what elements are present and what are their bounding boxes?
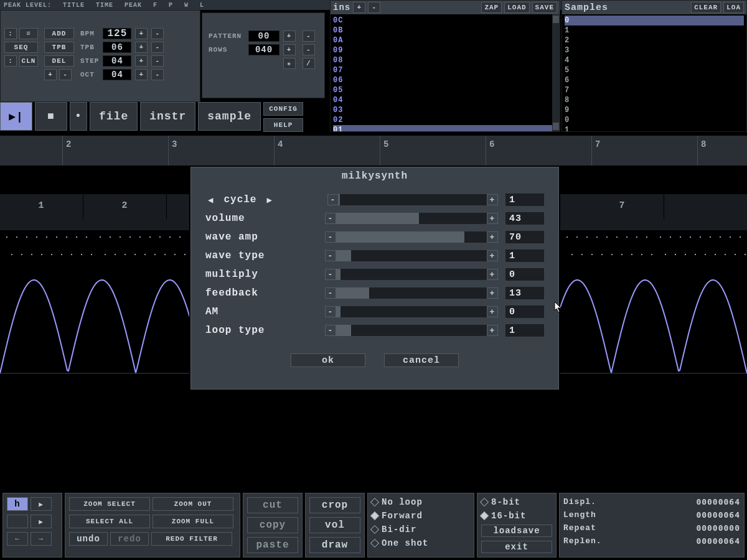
ins-zap[interactable]: ZAP bbox=[481, 2, 502, 13]
rows-inc[interactable]: + bbox=[283, 44, 296, 55]
record-button[interactable]: • bbox=[70, 102, 87, 131]
instrument-row[interactable]: 02 bbox=[333, 115, 557, 125]
play-button[interactable]: ▶| bbox=[0, 102, 32, 131]
ins-save[interactable]: SAVE bbox=[532, 2, 557, 13]
sample-row[interactable]: 9 bbox=[565, 105, 744, 115]
samples-clear[interactable]: CLEAR bbox=[691, 2, 721, 13]
sample-list[interactable]: 012345678901 bbox=[562, 14, 746, 131]
instrument-row[interactable]: 09 bbox=[333, 45, 557, 55]
instrument-row[interactable]: 06 bbox=[333, 75, 557, 85]
instrument-row[interactable]: 0C bbox=[333, 16, 557, 26]
nav-left-button[interactable]: ← bbox=[7, 532, 28, 546]
oct-dec[interactable]: - bbox=[151, 69, 164, 80]
param-inc[interactable]: + bbox=[487, 287, 498, 299]
bpm-dec[interactable]: - bbox=[151, 28, 164, 39]
tpb-button[interactable]: TPB bbox=[44, 42, 74, 53]
ins-remove[interactable]: - bbox=[368, 2, 380, 13]
param-slider[interactable]: -+ bbox=[327, 194, 498, 205]
paste-button[interactable]: paste bbox=[247, 537, 298, 553]
param-dec[interactable]: - bbox=[325, 213, 336, 224]
ins-load[interactable]: LOAD bbox=[504, 2, 529, 13]
ins-add[interactable]: + bbox=[353, 2, 365, 13]
config-button[interactable]: CONFIG bbox=[263, 102, 303, 116]
sample-row[interactable]: 4 bbox=[565, 55, 744, 65]
sample-row[interactable]: 1 bbox=[565, 125, 744, 131]
instrument-row[interactable]: 08 bbox=[333, 55, 557, 65]
sample-row[interactable]: 1 bbox=[565, 26, 744, 35]
zoom-select-button[interactable]: ZOOM SELECT bbox=[69, 497, 150, 511]
cln-button[interactable]: CLN bbox=[19, 55, 38, 67]
zoom-full-button[interactable]: ZOOM FULL bbox=[153, 515, 233, 528]
param-inc[interactable]: + bbox=[487, 250, 498, 261]
add-button[interactable]: ADD bbox=[44, 28, 74, 39]
cycle-next[interactable]: ▶ bbox=[264, 195, 275, 205]
stop-button[interactable]: ■ bbox=[35, 102, 67, 131]
sample-row[interactable]: 6 bbox=[565, 75, 744, 85]
undo-button[interactable]: undo bbox=[69, 532, 108, 546]
instrument-row[interactable]: 03 bbox=[333, 105, 557, 115]
blank-button[interactable]: : bbox=[4, 28, 17, 39]
param-slider[interactable]: -+ bbox=[325, 269, 498, 280]
param-slider[interactable]: -+ bbox=[325, 287, 498, 299]
zoom-out-button[interactable]: ZOOM OUT bbox=[153, 497, 233, 511]
instrument-row[interactable]: 05 bbox=[333, 85, 557, 95]
dec-button[interactable]: - bbox=[59, 69, 72, 80]
sample-button[interactable]: sample bbox=[198, 102, 261, 131]
sample-row[interactable]: 7 bbox=[565, 85, 744, 95]
cut-button[interactable]: cut bbox=[247, 497, 298, 513]
copy-button[interactable]: copy bbox=[247, 517, 298, 533]
param-slider[interactable]: -+ bbox=[325, 231, 498, 243]
ok-button[interactable]: ok bbox=[291, 353, 365, 367]
pattern-inc[interactable]: + bbox=[283, 30, 296, 42]
file-button[interactable]: file bbox=[90, 102, 138, 131]
redo-filter-button[interactable]: REDO FILTER bbox=[151, 532, 232, 546]
param-dec[interactable]: - bbox=[327, 194, 339, 205]
instrument-row[interactable]: 01 bbox=[333, 125, 557, 131]
nav-right-button[interactable]: → bbox=[31, 532, 52, 546]
instrument-list[interactable]: 0C0B0A090807060504030201 bbox=[331, 14, 560, 131]
blank2-button[interactable]: : bbox=[4, 55, 17, 67]
loop-mode-option[interactable]: No loop bbox=[372, 497, 470, 507]
step-dec[interactable]: - bbox=[151, 55, 164, 67]
del-button[interactable]: DEL bbox=[44, 55, 74, 67]
play2-button[interactable]: ▶ bbox=[31, 515, 52, 528]
ins-scrollbar[interactable] bbox=[552, 14, 560, 131]
menu-button[interactable]: ≡ bbox=[19, 28, 38, 39]
redo-button[interactable]: redo bbox=[110, 532, 149, 546]
blank-bottom[interactable] bbox=[7, 515, 28, 528]
exit-button[interactable]: exit bbox=[481, 541, 552, 553]
param-inc[interactable]: + bbox=[487, 194, 498, 205]
param-inc[interactable]: + bbox=[487, 213, 498, 224]
pattern-dec[interactable]: - bbox=[303, 30, 315, 42]
instrument-row[interactable]: 0B bbox=[333, 26, 557, 35]
draw-button[interactable]: draw bbox=[309, 537, 360, 553]
loop-mode-option[interactable]: One shot bbox=[372, 538, 470, 548]
step-inc[interactable]: + bbox=[135, 55, 148, 67]
loadsave-button[interactable]: loadsave bbox=[481, 525, 552, 537]
sample-row[interactable]: 5 bbox=[565, 65, 744, 75]
param-slider[interactable]: -+ bbox=[325, 250, 498, 261]
inc-button[interactable]: + bbox=[44, 69, 57, 80]
param-dec[interactable]: - bbox=[325, 250, 336, 261]
crop-button[interactable]: crop bbox=[309, 497, 360, 513]
instrument-row[interactable]: 04 bbox=[333, 95, 557, 105]
instrument-row[interactable]: 07 bbox=[333, 65, 557, 75]
seq-button[interactable]: SEQ bbox=[4, 42, 38, 53]
rows-dec[interactable]: - bbox=[303, 44, 315, 55]
param-dec[interactable]: - bbox=[325, 231, 336, 243]
param-inc[interactable]: + bbox=[487, 269, 498, 280]
param-slider[interactable]: -+ bbox=[325, 325, 498, 336]
cancel-button[interactable]: cancel bbox=[384, 353, 459, 367]
param-slider[interactable]: -+ bbox=[325, 306, 498, 317]
select-all-button[interactable]: SELECT ALL bbox=[69, 515, 150, 528]
star-button[interactable]: ✶ bbox=[283, 58, 296, 69]
vol-button[interactable]: vol bbox=[309, 517, 360, 533]
param-dec[interactable]: - bbox=[325, 306, 336, 317]
play-sample-button[interactable]: ▶ bbox=[31, 497, 52, 511]
slash-button[interactable]: / bbox=[303, 58, 315, 69]
sample-row[interactable]: 8 bbox=[565, 95, 744, 105]
bit-depth-option[interactable]: 16-bit bbox=[481, 511, 552, 521]
oct-inc[interactable]: + bbox=[135, 69, 148, 80]
param-inc[interactable]: + bbox=[487, 231, 498, 243]
sample-row[interactable]: 0 bbox=[565, 115, 744, 125]
